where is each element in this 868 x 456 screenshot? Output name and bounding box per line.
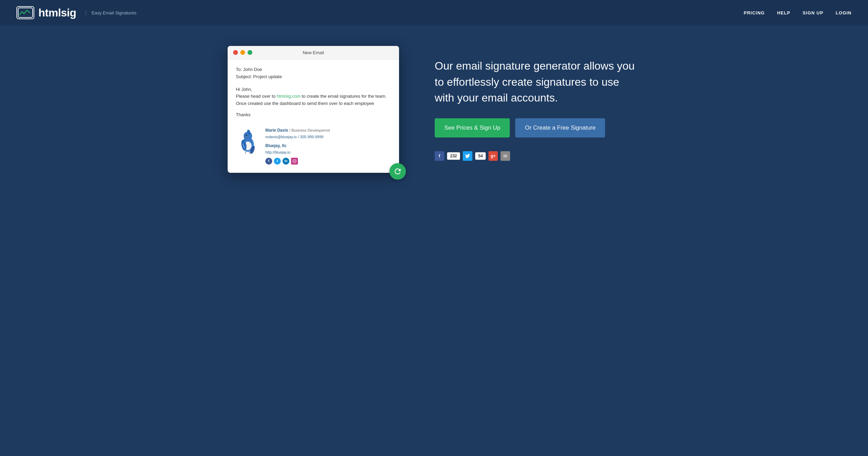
window-titlebar: New Email bbox=[228, 46, 399, 59]
maximize-button-icon[interactable] bbox=[248, 50, 252, 55]
logo-icon bbox=[16, 6, 34, 19]
bird-icon bbox=[236, 127, 260, 154]
email-body-text: Please head over to htmlsig.com to creat… bbox=[236, 93, 391, 107]
nav-pricing[interactable]: PRICING bbox=[744, 10, 765, 15]
hero-headline: Our email signature generator allows you… bbox=[435, 58, 640, 106]
sig-contact: mdavis@bluejay.io / 305-999-9999 bbox=[265, 134, 330, 140]
twitter-icon: t bbox=[274, 158, 281, 165]
sig-company: Bluejay, llc bbox=[265, 142, 330, 149]
svg-point-7 bbox=[246, 135, 246, 135]
email-greeting-text: Hi John, bbox=[236, 86, 391, 93]
sig-separator: / bbox=[288, 128, 291, 132]
logo-tagline: Easy Email Signatures bbox=[86, 10, 136, 15]
email-window-mock: New Email To: John Doe Subject: Project … bbox=[228, 46, 399, 173]
email-signature: Marie Davis / Business Developemnt mdavi… bbox=[236, 124, 391, 165]
twitter-share-count: 54 bbox=[475, 152, 486, 160]
email-link[interactable]: htmlsig.com bbox=[277, 94, 300, 99]
site-header: htmlsig Easy Email Signatures PRICING HE… bbox=[0, 0, 868, 25]
linkedin-icon: in bbox=[282, 158, 289, 165]
social-share-bar: f 232 54 g+ ✉ bbox=[435, 151, 640, 161]
svg-point-16 bbox=[295, 160, 296, 160]
sig-name-role: Marie Davis / Business Developemnt bbox=[265, 127, 330, 134]
sig-website: http://bluejay.io bbox=[265, 149, 330, 156]
sig-name: Marie Davis bbox=[265, 128, 288, 133]
facebook-share-icon[interactable]: f bbox=[435, 151, 444, 161]
sig-email: mdavis@bluejay.io bbox=[265, 135, 297, 139]
googleplus-share-icon[interactable]: g+ bbox=[489, 151, 497, 161]
logo-text: htmlsig bbox=[38, 7, 76, 19]
see-prices-button[interactable]: See Prices & Sign Up bbox=[435, 118, 510, 137]
sig-phone: 305-999-9999 bbox=[300, 135, 324, 139]
email-body-prefix: Please head over to bbox=[236, 94, 276, 99]
email-body: To: John Doe Subject: Project update Hi … bbox=[228, 59, 399, 173]
signature-info: Marie Davis / Business Developemnt mdavi… bbox=[265, 127, 330, 165]
create-free-signature-button[interactable]: Or Create a Free Signature bbox=[515, 118, 605, 137]
email-share-icon[interactable]: ✉ bbox=[501, 151, 510, 161]
logo-area: htmlsig Easy Email Signatures bbox=[16, 6, 136, 19]
sig-role: Business Developemnt bbox=[291, 128, 330, 132]
email-greeting: Hi John, Please head over to htmlsig.com… bbox=[236, 86, 391, 119]
svg-rect-14 bbox=[293, 159, 296, 163]
sig-social-icons: f t in bbox=[265, 158, 330, 165]
refresh-button[interactable] bbox=[389, 163, 406, 180]
instagram-icon bbox=[291, 158, 298, 165]
nav-login[interactable]: LOGIN bbox=[836, 10, 852, 15]
twitter-share-icon[interactable] bbox=[463, 151, 472, 161]
nav-help[interactable]: HELP bbox=[777, 10, 791, 15]
nav-signup[interactable]: SIGN UP bbox=[803, 10, 823, 15]
minimize-button-icon[interactable] bbox=[240, 50, 245, 55]
hero-content: Our email signature generator allows you… bbox=[435, 58, 640, 160]
email-to: To: John Doe bbox=[236, 66, 391, 73]
close-button-icon[interactable] bbox=[233, 50, 238, 55]
window-controls bbox=[233, 50, 252, 55]
email-sign-off: Thanks bbox=[236, 111, 391, 119]
main-nav: PRICING HELP SIGN UP LOGIN bbox=[744, 10, 852, 15]
email-window-title: New Email bbox=[303, 50, 324, 55]
facebook-icon: f bbox=[265, 158, 272, 165]
svg-line-11 bbox=[245, 151, 246, 154]
cta-buttons: See Prices & Sign Up Or Create a Free Si… bbox=[435, 118, 640, 137]
main-content: New Email To: John Doe Subject: Project … bbox=[211, 25, 657, 187]
email-meta: To: John Doe Subject: Project update bbox=[236, 66, 391, 81]
facebook-share-count: 232 bbox=[447, 152, 460, 160]
svg-point-15 bbox=[294, 160, 296, 162]
email-subject: Subject: Project update bbox=[236, 73, 391, 81]
